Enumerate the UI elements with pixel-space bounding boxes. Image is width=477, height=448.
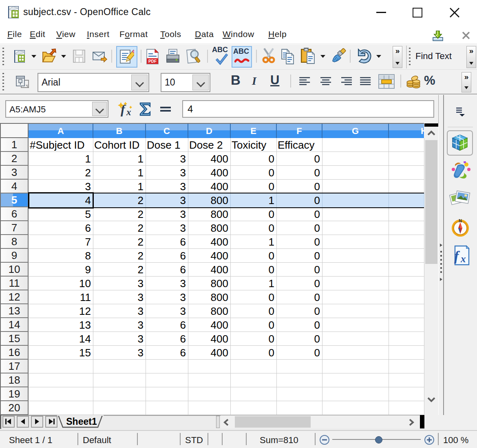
svg-text:x: x — [126, 107, 131, 117]
svg-text:x: x — [460, 253, 466, 264]
svg-text:PDF: PDF — [148, 59, 157, 64]
svg-text:N: N — [459, 218, 462, 223]
